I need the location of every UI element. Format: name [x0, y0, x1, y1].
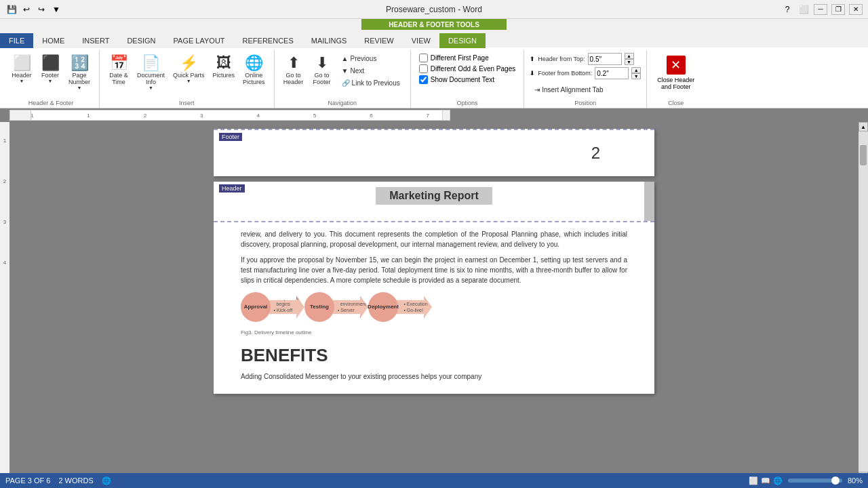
page-number-label: PageNumber — [68, 72, 90, 85]
zoom-level: 80% — [848, 476, 863, 485]
view-buttons: ⬜ 📖 🌐 — [749, 476, 783, 485]
pictures-button[interactable]: 🖼 Pictures — [210, 53, 239, 81]
header-from-top-spinner[interactable]: ▲ ▼ — [625, 53, 634, 65]
header-spin-up[interactable]: ▲ — [625, 53, 634, 59]
online-pictures-button[interactable]: 🌐 OnlinePictures — [239, 53, 269, 88]
zoom-slider[interactable] — [788, 479, 842, 483]
ribbon-group-header-footer-label: Header & Footer — [8, 98, 94, 106]
web-layout-button[interactable]: 🌐 — [773, 476, 783, 485]
show-document-text-checkbox[interactable]: Show Document Text — [416, 75, 518, 85]
header-label: Header — [219, 184, 245, 192]
document-info-button[interactable]: 📄 DocumentInfo ▼ — [134, 53, 168, 93]
date-time-button[interactable]: 📅 Date &Time — [105, 53, 132, 88]
pictures-icon: 🖼 — [216, 56, 231, 70]
ribbon-group-insert: 📅 Date &Time 📄 DocumentInfo ▼ ⚡ Quick Pa… — [100, 50, 275, 108]
tab-home[interactable]: HOME — [33, 33, 73, 48]
insert-alignment-tab-button[interactable]: ⇥ Insert Alignment Tab — [530, 84, 641, 96]
footer-label: Footer — [41, 72, 59, 79]
document-area: 1 2 3 4 Footer 2 Header Marketing Report… — [0, 122, 868, 481]
tab-design-active[interactable]: DESIGN — [439, 33, 486, 48]
next-button[interactable]: ▼ Next — [337, 65, 405, 77]
tab-insert[interactable]: INSERT — [73, 33, 118, 48]
tab-view[interactable]: VIEW — [403, 33, 439, 48]
document-scroll-area[interactable]: Footer 2 Header Marketing Report review,… — [9, 122, 859, 481]
ribbon-group-close-content: ✕ Close Headerand Footer — [652, 53, 699, 96]
next-icon: ▼ — [342, 67, 349, 75]
header-label: Header — [12, 72, 32, 79]
footer-page: Footer 2 — [214, 129, 654, 176]
header-spin-down[interactable]: ▼ — [625, 59, 634, 65]
page-number-button[interactable]: 🔢 PageNumber ▼ — [65, 53, 94, 93]
main-page: Header Marketing Report review, and deli… — [214, 182, 654, 394]
header-area: Header Marketing Report — [214, 182, 654, 222]
show-document-text-input[interactable] — [419, 75, 428, 84]
page-indicator: PAGE 3 OF 6 — [5, 476, 50, 485]
undo-icon[interactable]: ↩ — [20, 3, 33, 16]
save-icon[interactable]: 💾 — [5, 3, 18, 16]
read-mode-button[interactable]: 📖 — [761, 476, 770, 485]
previous-button[interactable]: ▲ Previous — [337, 53, 405, 64]
quick-parts-label: Quick Parts — [173, 72, 205, 79]
close-button[interactable]: ✕ — [849, 4, 863, 15]
scroll-up-button[interactable]: ▲ — [859, 122, 868, 131]
show-document-text-label: Show Document Text — [431, 76, 494, 83]
restore-button[interactable]: ❐ — [831, 4, 845, 15]
go-to-header-button[interactable]: ⬆ Go toHeader — [280, 53, 307, 88]
footer-label: Footer — [219, 133, 242, 141]
ribbon-group-header-footer-content: ⬜ Header ▼ ⬛ Footer ▼ 🔢 PageNumber ▼ — [8, 53, 94, 96]
footer-spin-up[interactable]: ▲ — [631, 67, 641, 73]
ribbon-group-navigation: ⬆ Go toHeader ⬇ Go toFooter ▲ Previous ▼… — [275, 50, 411, 108]
different-first-page-label: Different First Page — [431, 54, 489, 62]
tab-mailings[interactable]: MAILINGS — [302, 33, 356, 48]
ribbon-group-navigation-label: Navigation — [280, 98, 405, 106]
vertical-scrollbar[interactable]: ▲ ▼ — [859, 122, 868, 481]
timeline-step-3: Deployment — [368, 292, 398, 322]
close-header-footer-button[interactable]: ✕ Close Headerand Footer — [652, 53, 699, 93]
ribbon-display-icon[interactable]: ⬜ — [797, 3, 810, 16]
go-to-footer-button[interactable]: ⬇ Go toFooter — [309, 53, 336, 88]
help-icon[interactable]: ? — [781, 3, 793, 16]
footer-spin-down[interactable]: ▼ — [631, 73, 641, 79]
header-from-top-input[interactable] — [588, 53, 622, 65]
title-bar-right: ? ⬜ ─ ❐ ✕ — [781, 3, 863, 16]
left-ruler: 1 2 3 4 — [0, 122, 9, 481]
go-to-header-label: Go toHeader — [283, 72, 304, 85]
fig-label: Fig3. Delivery timeline outline — [241, 329, 627, 337]
print-layout-button[interactable]: ⬜ — [749, 476, 758, 485]
tab-design-main[interactable]: DESIGN — [118, 33, 164, 48]
tab-references[interactable]: REFERENCES — [234, 33, 302, 48]
previous-label: Previous — [351, 55, 377, 62]
tab-review[interactable]: REVIEW — [355, 33, 402, 48]
benefits-heading: BENEFITS — [241, 342, 627, 369]
different-first-page-checkbox[interactable]: Different First Page — [416, 53, 518, 63]
tab-page-layout[interactable]: PAGE LAYOUT — [165, 33, 234, 48]
redo-icon[interactable]: ↪ — [35, 3, 47, 16]
pictures-label: Pictures — [213, 72, 235, 79]
next-label: Next — [351, 67, 365, 75]
footer-from-bottom-spinner[interactable]: ▲ ▼ — [631, 67, 641, 79]
scroll-track[interactable] — [859, 131, 867, 472]
tab-file[interactable]: FILE — [0, 33, 33, 48]
zoom-thumb[interactable] — [831, 476, 840, 485]
minimize-button[interactable]: ─ — [814, 4, 827, 15]
different-odd-even-checkbox[interactable]: Different Odd & Even Pages — [416, 64, 518, 74]
link-icon: 🔗 — [342, 79, 350, 87]
different-odd-even-input[interactable] — [419, 64, 428, 73]
different-first-page-input[interactable] — [419, 54, 428, 62]
footer-icon: ⬛ — [41, 56, 60, 70]
scroll-thumb[interactable] — [860, 145, 867, 165]
customize-icon[interactable]: ▼ — [50, 3, 62, 16]
footer-from-bottom-input[interactable] — [595, 67, 629, 79]
header-button[interactable]: ⬜ Header ▼ — [8, 53, 35, 86]
date-time-label: Date &Time — [109, 72, 128, 85]
link-to-previous-button[interactable]: 🔗 Link to Previous — [337, 77, 405, 89]
ribbon-group-header-footer: ⬜ Header ▼ ⬛ Footer ▼ 🔢 PageNumber ▼ Hea… — [3, 50, 100, 108]
footer-button[interactable]: ⬛ Footer ▼ — [37, 53, 64, 86]
ribbon-group-position-content: ⬆ Header from Top: ▲ ▼ ⬇ Footer from Bot… — [530, 53, 641, 96]
ribbon-group-close: ✕ Close Headerand Footer Close — [647, 50, 705, 108]
ribbon: ⬜ Header ▼ ⬛ Footer ▼ 🔢 PageNumber ▼ Hea… — [0, 47, 868, 108]
title-bar: 💾 ↩ ↪ ▼ Proseware_custom - Word ? ⬜ ─ ❐ … — [0, 0, 868, 19]
ribbon-group-insert-label: Insert — [105, 98, 269, 106]
page-number-icon: 🔢 — [71, 56, 89, 70]
quick-parts-button[interactable]: ⚡ Quick Parts ▼ — [170, 53, 208, 86]
